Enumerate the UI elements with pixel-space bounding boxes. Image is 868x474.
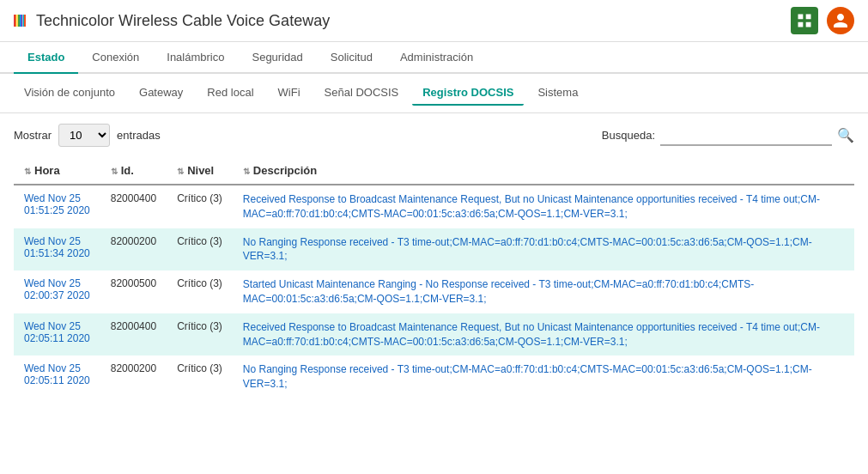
log-table: ⇅Hora ⇅Id. ⇅Nivel ⇅Descripción Wed Nov 2… — [14, 157, 854, 398]
subnav-gateway[interactable]: Gateway — [129, 81, 193, 106]
cell-desc: Received Response to Broadcast Maintenan… — [233, 185, 854, 228]
cell-id: 82000400 — [100, 313, 167, 356]
col-id[interactable]: ⇅Id. — [100, 157, 167, 185]
cell-id: 82000200 — [100, 356, 167, 398]
table-row: Wed Nov 2501:51:25 2020 82000400 Crítico… — [14, 185, 854, 228]
table-row: Wed Nov 2502:05:11 2020 82000200 Crítico… — [14, 356, 854, 398]
user-icon[interactable] — [827, 7, 854, 34]
nav-solicitud[interactable]: Solicitud — [317, 42, 386, 74]
cell-nivel: Crítico (3) — [167, 313, 233, 356]
cell-desc: No Ranging Response received - T3 time-o… — [233, 356, 854, 398]
logo — [14, 15, 26, 27]
show-label: Mostrar — [14, 129, 52, 142]
cell-desc: Received Response to Broadcast Maintenan… — [233, 313, 854, 356]
cell-desc: Started Unicast Maintenance Ranging - No… — [233, 270, 854, 313]
cell-time: Wed Nov 2501:51:25 2020 — [14, 185, 100, 228]
subnav-vision[interactable]: Visión de conjunto — [14, 81, 125, 106]
table-header-row: ⇅Hora ⇅Id. ⇅Nivel ⇅Descripción — [14, 157, 854, 185]
cell-nivel: Crítico (3) — [167, 356, 233, 398]
cell-nivel: Crítico (3) — [167, 228, 233, 271]
entries-select[interactable]: 10 25 50 100 — [58, 124, 110, 147]
cell-time: Wed Nov 2502:05:11 2020 — [14, 356, 100, 398]
header: Technicolor Wireless Cable Voice Gateway — [0, 0, 868, 42]
nav-estado[interactable]: Estado — [14, 42, 78, 74]
cell-nivel: Crítico (3) — [167, 270, 233, 313]
cell-time: Wed Nov 2502:05:11 2020 — [14, 313, 100, 356]
search-label: Busqueda: — [602, 129, 655, 142]
col-nivel[interactable]: ⇅Nivel — [167, 157, 233, 185]
nav-inalambrico[interactable]: Inalámbrico — [153, 42, 238, 74]
nav-seguridad[interactable]: Seguridad — [238, 42, 316, 74]
table-row: Wed Nov 2501:51:34 2020 82000200 Crítico… — [14, 228, 854, 271]
entries-label: entradas — [117, 129, 161, 142]
sub-nav: Visión de conjunto Gateway Red local WiF… — [0, 74, 868, 113]
subnav-sistema[interactable]: Sistema — [527, 81, 588, 106]
subnav-wifi[interactable]: WiFi — [268, 81, 311, 106]
subnav-senal-docsis[interactable]: Señal DOCSIS — [314, 81, 410, 106]
grid-icon[interactable] — [791, 7, 818, 34]
cell-desc: No Ranging Response received - T3 time-o… — [233, 228, 854, 271]
header-icons — [791, 7, 854, 34]
cell-time: Wed Nov 2502:00:37 2020 — [14, 270, 100, 313]
search-input[interactable] — [660, 125, 832, 146]
table-controls: Mostrar 10 25 50 100 entradas Busqueda: … — [0, 113, 868, 157]
page-title: Technicolor Wireless Cable Voice Gateway — [36, 12, 791, 30]
col-hora[interactable]: ⇅Hora — [14, 157, 100, 185]
log-table-container: ⇅Hora ⇅Id. ⇅Nivel ⇅Descripción Wed Nov 2… — [0, 157, 868, 398]
search-container: Busqueda: 🔍 — [602, 125, 854, 146]
nav-conexion[interactable]: Conexión — [78, 42, 153, 74]
cell-id: 82000400 — [100, 185, 167, 228]
table-row: Wed Nov 2502:00:37 2020 82000500 Crítico… — [14, 270, 854, 313]
nav-administracion[interactable]: Administración — [386, 42, 487, 74]
search-icon[interactable]: 🔍 — [837, 127, 854, 143]
subnav-red-local[interactable]: Red local — [197, 81, 264, 106]
cell-id: 82000500 — [100, 270, 167, 313]
subnav-registro-docsis[interactable]: Registro DOCSIS — [412, 81, 524, 106]
top-nav: Estado Conexión Inalámbrico Seguridad So… — [0, 42, 868, 74]
col-descripcion[interactable]: ⇅Descripción — [233, 157, 854, 185]
cell-id: 82000200 — [100, 228, 167, 271]
cell-time: Wed Nov 2501:51:34 2020 — [14, 228, 100, 271]
table-row: Wed Nov 2502:05:11 2020 82000400 Crítico… — [14, 313, 854, 356]
cell-nivel: Crítico (3) — [167, 185, 233, 228]
